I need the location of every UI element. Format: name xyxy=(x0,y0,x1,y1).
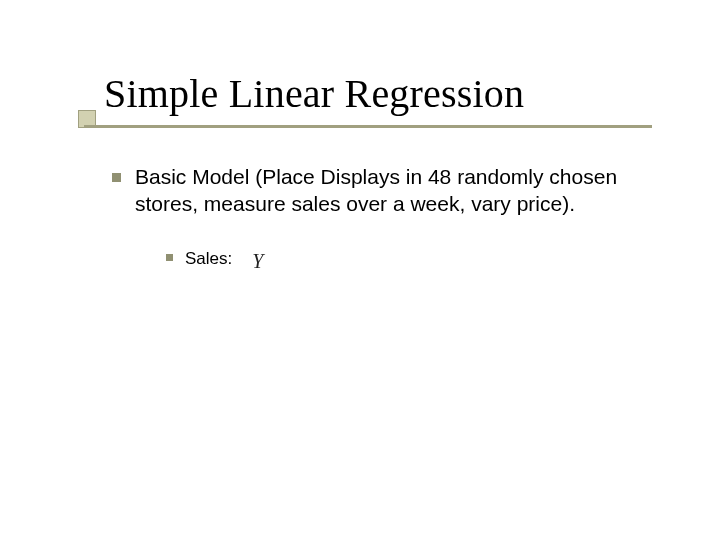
bullet-level-2: Sales: Y xyxy=(166,248,672,274)
bullet-text: Basic Model (Place Displays in 48 random… xyxy=(135,164,672,218)
slide-title: Simple Linear Regression xyxy=(104,70,680,117)
sub-bullet-label: Sales: xyxy=(185,248,232,270)
title-wrap: Simple Linear Regression xyxy=(104,70,680,117)
slide-body: Basic Model (Place Displays in 48 random… xyxy=(112,164,672,274)
square-bullet-icon xyxy=(166,254,173,261)
bullet-level-1: Basic Model (Place Displays in 48 random… xyxy=(112,164,672,218)
slide: Simple Linear Regression Basic Model (Pl… xyxy=(0,0,720,540)
square-bullet-icon xyxy=(112,173,121,182)
title-underline xyxy=(84,125,652,128)
math-variable-y: Y xyxy=(252,248,263,274)
